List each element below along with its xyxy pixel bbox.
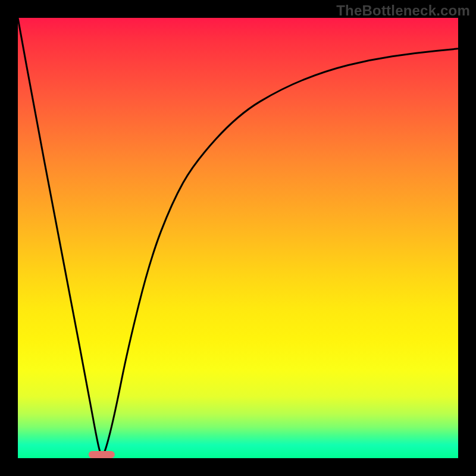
bottleneck-curve	[18, 18, 458, 458]
chart-stage: TheBottleneck.com	[0, 0, 476, 476]
optimal-marker	[88, 451, 114, 458]
plot-frame	[18, 18, 458, 458]
watermark-text: TheBottleneck.com	[336, 2, 470, 19]
curve-path	[18, 18, 458, 455]
